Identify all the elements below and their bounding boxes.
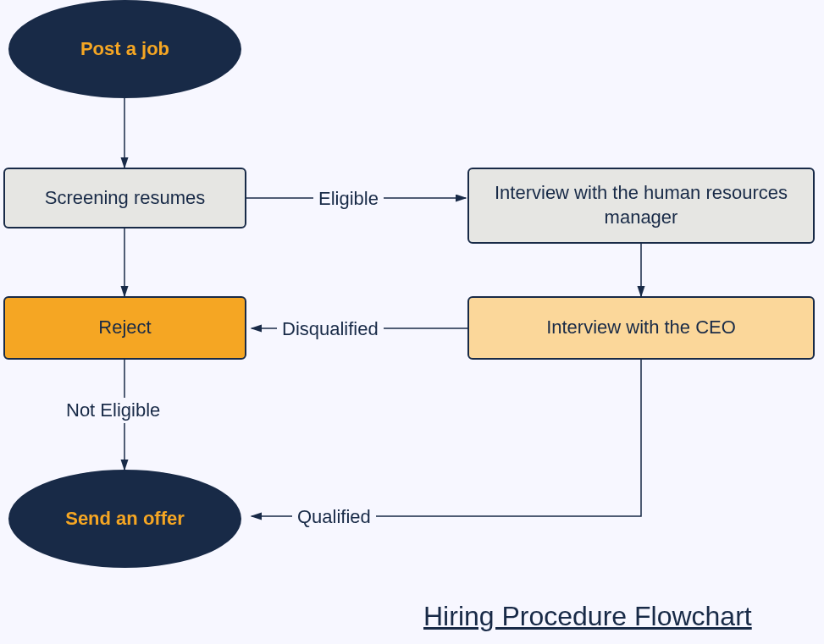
edge-label-disqualified: Disqualified — [277, 316, 384, 342]
node-interview-ceo: Interview with the CEO — [467, 296, 815, 360]
node-reject: Reject — [3, 296, 246, 360]
node-screening-label: Screening resumes — [45, 186, 206, 211]
edge-label-eligible: Eligible — [313, 186, 384, 212]
node-reject-label: Reject — [98, 316, 151, 340]
edge-label-not-eligible: Not Eligible — [61, 398, 165, 423]
node-send-offer-label: Send an offer — [65, 507, 185, 531]
edge-label-qualified: Qualified — [292, 504, 376, 530]
node-screening-resumes: Screening resumes — [3, 168, 246, 228]
node-post-job: Post a job — [8, 0, 241, 98]
node-post-job-label: Post a job — [80, 37, 169, 62]
node-interview-hr: Interview with the human resources manag… — [467, 168, 815, 244]
node-send-offer: Send an offer — [8, 470, 241, 568]
diagram-title: Hiring Procedure Flowchart — [423, 601, 752, 632]
node-interview-ceo-label: Interview with the CEO — [546, 316, 736, 340]
node-interview-hr-label: Interview with the human resources manag… — [479, 181, 803, 229]
